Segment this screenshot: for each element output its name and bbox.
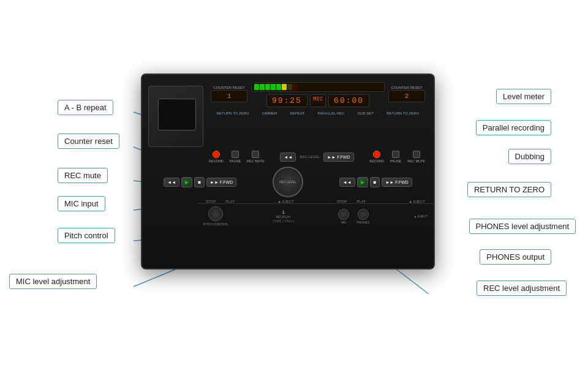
phones-level-label-box: PHONES level adjustment xyxy=(469,219,576,234)
record-button-1[interactable]: RECORD xyxy=(209,151,224,163)
phones-jack-label: ▲ EJECT xyxy=(414,214,428,218)
counter-reset-label-2: COUNTER RESET xyxy=(391,86,422,89)
rew-button-1[interactable]: ◄◄ xyxy=(280,153,296,162)
tape-only-label: (TAPE 1 ONLY) xyxy=(273,219,294,223)
time-display-1: 99:25 xyxy=(266,94,307,107)
time-display-2: 60:00 xyxy=(328,94,369,107)
rew-transport-1[interactable]: ◄◄ xyxy=(164,178,179,187)
mic-input-label-box: MIC input xyxy=(58,196,105,211)
pitch-control-label: PITCH CONTROL xyxy=(203,222,228,226)
dub-set-label: DUB SET xyxy=(358,111,374,115)
meter-bar xyxy=(254,84,259,90)
rec-level-knob[interactable]: REC LEVEL xyxy=(273,167,303,197)
parallel-rec-label: PARALLEL REC xyxy=(318,111,345,115)
pause-button-2[interactable]: PAUSE xyxy=(390,151,401,163)
level-meter-label-box: Level meter xyxy=(496,89,551,104)
meter-bar xyxy=(265,84,270,90)
phones-knob-label: PHONES xyxy=(356,221,369,224)
pitch-control-knob[interactable] xyxy=(208,206,223,221)
transport-section-2: ◄◄ ▶ ■ ►► F.FWD xyxy=(339,177,412,187)
eject-label-2: ▲ EJECT xyxy=(409,200,425,203)
repeat-label: REPEAT xyxy=(290,111,305,115)
ab-repeat-label: A - B repeat xyxy=(58,100,113,115)
mic-level-knob[interactable] xyxy=(338,209,349,220)
meter-bar xyxy=(260,84,265,90)
return-to-zero-label-right: RETURN TO ZERO xyxy=(386,111,419,115)
pause-button-1[interactable]: PAUSE xyxy=(230,151,241,163)
meter-bar xyxy=(282,84,287,90)
meter-bar xyxy=(287,84,292,90)
deck1-label: 1 xyxy=(282,210,285,214)
counter-reset-label-box: Counter reset xyxy=(58,134,119,149)
rec-level-label-box: REC level adjustment xyxy=(477,281,567,296)
pitch-control-label-box: Pitch control xyxy=(58,228,115,243)
meter-bar xyxy=(293,84,298,90)
level-meter-display xyxy=(251,82,385,92)
ff-transport-2[interactable]: ►► F.FWD xyxy=(382,178,412,187)
play-button-2[interactable]: ▶ xyxy=(357,177,368,187)
stop-label-2: STOP xyxy=(337,200,347,203)
ff-transport-1[interactable]: ►► F.FWD xyxy=(206,178,236,187)
rec-play-label: REC/PLAY xyxy=(276,215,290,219)
stop-button-2[interactable]: ■ xyxy=(370,177,380,187)
record-button-2[interactable]: RECORD xyxy=(369,151,384,163)
parallel-recording-label-box: Parallel recording xyxy=(476,120,551,135)
tape-door xyxy=(148,86,203,147)
mic-level-label-box: MIC level adjustment xyxy=(9,274,97,289)
rec-mute-button-1[interactable]: REC MUTE xyxy=(247,151,265,163)
rec-mute-button-2[interactable]: REC MUTE xyxy=(407,151,425,163)
return-to-zero-label-box: RETURN TO ZERO xyxy=(467,182,551,197)
mic-knob-label: MIC xyxy=(341,221,347,224)
eject-label-1: ▲ EJECT xyxy=(277,200,294,203)
display-area: COUNTER RESET 1 xyxy=(208,80,428,116)
play-label-2: PLAY xyxy=(356,200,366,203)
phones-output-label-box: PHONES output xyxy=(480,249,551,265)
stop-label-1: STOP xyxy=(206,200,216,203)
phones-level-knob[interactable] xyxy=(358,209,369,220)
play-label-1: PLAY xyxy=(225,200,235,203)
stop-button-1[interactable]: ■ xyxy=(194,177,205,187)
counter-display-1: 1 xyxy=(211,90,247,102)
meter-bar xyxy=(276,84,281,90)
transport-section-1: ◄◄ ▶ ■ ►► F.FWD xyxy=(164,177,236,187)
small-display: MIC xyxy=(310,94,326,107)
rec-mute-label-box: REC mute xyxy=(58,168,108,183)
play-button-1[interactable]: ▶ xyxy=(181,177,192,187)
return-to-zero-label-left: RETURN TO ZERO xyxy=(217,111,249,115)
dubbing-label-box: Dubbing xyxy=(508,149,551,164)
rew-transport-2[interactable]: ◄◄ xyxy=(339,178,355,187)
meter-bar xyxy=(271,84,276,90)
tape-deck-device: COUNTER RESET 1 xyxy=(141,74,435,270)
counter-reset-label-1: COUNTER RESET xyxy=(213,86,244,89)
ff-button-1[interactable]: ►► F.FWD xyxy=(323,153,353,162)
counter-display-2: 2 xyxy=(388,90,425,102)
dimmer-label: DIMMER xyxy=(262,111,277,115)
